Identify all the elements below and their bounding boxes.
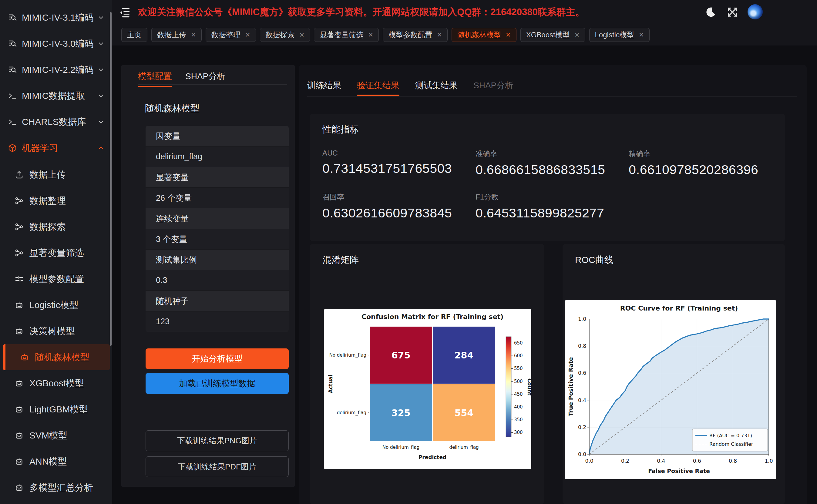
sidebar-item-label: SVM模型: [29, 429, 67, 442]
sidebar-subitem-8[interactable]: XGBoost模型: [0, 370, 112, 396]
sidebar-item-5[interactable]: 机器学习: [0, 135, 112, 161]
page-tab-8[interactable]: Logistic模型×: [589, 28, 650, 42]
svg-text:Confusion Matrix for RF (Train: Confusion Matrix for RF (Training set): [361, 313, 503, 321]
sidebar-subitem-11[interactable]: ANN模型: [0, 449, 112, 475]
svg-text:0.2: 0.2: [621, 458, 629, 464]
results-tab-0[interactable]: 训练结果: [307, 80, 341, 91]
sidebar-subitem-9[interactable]: LightGBM模型: [0, 396, 112, 422]
sidebar-subitem-1[interactable]: 数据整理: [0, 188, 112, 214]
config-tab-1[interactable]: SHAP分析: [185, 71, 225, 82]
menu-fold-icon[interactable]: [119, 7, 130, 18]
page-tab-3[interactable]: 数据探索×: [260, 28, 310, 42]
page-tab-label: XGBoost模型: [526, 30, 570, 40]
svg-text:No delirium_flag: No delirium_flag: [329, 352, 366, 358]
flow-icon: [15, 222, 24, 231]
sidebar-subitem-0[interactable]: 数据上传: [0, 162, 112, 188]
svg-text:0.4: 0.4: [578, 397, 586, 403]
robot-icon: [15, 301, 24, 310]
sidebar: MIMIC-IV-3.1编码MIMIC-IV-3.0编码MIMIC-IV-2.2…: [0, 0, 113, 504]
chevron-down-icon: [97, 66, 105, 74]
confusion-matrix-card: 混淆矩阵 Confusion Matrix for RF (Training s…: [310, 244, 544, 504]
config-row-5: 3 个变量: [146, 229, 289, 250]
terminal-icon: [8, 117, 17, 126]
start-analysis-button[interactable]: 开始分析模型: [146, 348, 289, 369]
tab-close-icon[interactable]: ×: [245, 31, 250, 39]
sidebar-item-0[interactable]: MIMIC-IV-3.1编码: [0, 5, 112, 31]
page-tab-4[interactable]: 显著变量筛选×: [314, 28, 379, 42]
robot-icon: [15, 431, 24, 440]
results-tabs: 训练结果验证集结果测试集结果SHAP分析: [307, 65, 797, 97]
sidebar-item-label: Logistic模型: [29, 299, 79, 311]
tab-close-icon[interactable]: ×: [191, 31, 196, 39]
chevron-down-icon: [97, 92, 105, 100]
page-tab-6[interactable]: 随机森林模型×: [452, 28, 516, 42]
sidebar-subitem-5[interactable]: Logistic模型: [0, 292, 112, 318]
confusion-card-title: 混淆矩阵: [322, 254, 359, 266]
config-row-3: 26 个变量: [146, 188, 289, 208]
config-panel-title: 随机森林模型: [145, 102, 200, 115]
svg-text:Random Classifier: Random Classifier: [709, 441, 753, 447]
page-tab-0[interactable]: 主页: [121, 28, 147, 42]
page-tab-5[interactable]: 模型参数配置×: [383, 28, 448, 42]
sidebar-subitem-3[interactable]: 显著变量筛选: [0, 240, 112, 266]
load-trained-model-button[interactable]: 加载已训练模型数据: [146, 373, 289, 394]
cube-icon: [8, 143, 17, 153]
sidebar-item-label: 显著变量筛选: [29, 247, 84, 259]
metric-准确率: 准确率 0.6686615886833515: [476, 149, 629, 177]
tab-close-icon[interactable]: ×: [639, 31, 644, 39]
svg-text:0.0: 0.0: [585, 458, 593, 464]
config-row-8: 随机种子: [146, 291, 289, 311]
sidebar-item-label: MIMIC-IV-2.2编码: [22, 64, 94, 76]
tab-close-icon[interactable]: ×: [437, 31, 442, 39]
config-row-9: 123: [146, 311, 289, 332]
sidebar-item-2[interactable]: MIMIC-IV-2.2编码: [0, 57, 112, 83]
svg-text:delirium_flag: delirium_flag: [449, 445, 479, 450]
list-search-icon: [8, 65, 17, 74]
sidebar-item-label: LightGBM模型: [29, 403, 88, 416]
roc-card-title: ROC曲线: [575, 254, 614, 266]
metric-label: AUC: [322, 149, 476, 157]
user-avatar[interactable]: [748, 4, 763, 19]
sidebar-item-label: 决策树模型: [29, 325, 75, 338]
page-tab-label: 主页: [127, 30, 142, 40]
tab-close-icon[interactable]: ×: [506, 31, 511, 39]
sidebar-item-label: 多模型汇总分析: [29, 482, 93, 494]
download-pdf-button[interactable]: 下载训练结果PDF图片: [146, 456, 289, 477]
sidebar-subitem-12[interactable]: 多模型汇总分析: [0, 475, 112, 501]
svg-text:RF (AUC = 0.731): RF (AUC = 0.731): [709, 433, 752, 438]
fullscreen-icon[interactable]: [726, 6, 738, 18]
page-tab-1[interactable]: 数据上传×: [151, 28, 202, 42]
sidebar-item-3[interactable]: MIMIC数据提取: [0, 83, 112, 109]
metric-value: 0.6302616609783845: [322, 206, 476, 220]
sidebar-subitem-10[interactable]: SVM模型: [0, 422, 112, 449]
sidebar-item-4[interactable]: CHARLS数据库: [0, 109, 112, 135]
page-tab-7[interactable]: XGBoost模型×: [520, 28, 585, 42]
svg-text:650: 650: [514, 340, 523, 346]
sidebar-scrollbar[interactable]: [110, 12, 112, 346]
dark-mode-moon-icon[interactable]: [704, 6, 716, 18]
tab-close-icon[interactable]: ×: [575, 31, 580, 39]
metric-AUC: AUC 0.7314531751765503: [322, 149, 476, 177]
metric-label: 准确率: [476, 149, 629, 159]
sidebar-subitem-7[interactable]: 随机森林模型: [3, 344, 110, 370]
sidebar-item-1[interactable]: MIMIC-IV-3.0编码: [0, 31, 112, 57]
results-tab-2[interactable]: 测试集结果: [415, 80, 458, 91]
sidebar-subitem-2[interactable]: 数据探索: [0, 214, 112, 240]
results-tab-3: SHAP分析: [473, 80, 513, 91]
roc-curve-card: ROC曲线 ROC Curve for RF (Training set)0.0…: [563, 244, 785, 504]
svg-text:delirium_flag: delirium_flag: [337, 410, 366, 416]
sidebar-subitem-6[interactable]: 决策树模型: [0, 318, 112, 344]
config-tab-0[interactable]: 模型配置: [138, 71, 172, 82]
results-tab-1[interactable]: 验证集结果: [357, 80, 399, 91]
upload-icon: [15, 170, 24, 179]
robot-icon: [15, 405, 24, 414]
download-png-button[interactable]: 下载训练结果PNG图片: [146, 430, 289, 451]
tab-close-icon[interactable]: ×: [368, 31, 373, 39]
tab-close-icon[interactable]: ×: [300, 31, 304, 39]
robot-icon: [15, 327, 24, 336]
sidebar-item-label: 数据探索: [29, 221, 66, 233]
metric-F1分数: F1分数 0.6453115899825277: [476, 192, 629, 220]
svg-text:Predicted: Predicted: [419, 454, 446, 460]
page-tab-2[interactable]: 数据整理×: [206, 28, 256, 42]
sidebar-subitem-4[interactable]: 模型参数配置: [0, 266, 112, 292]
